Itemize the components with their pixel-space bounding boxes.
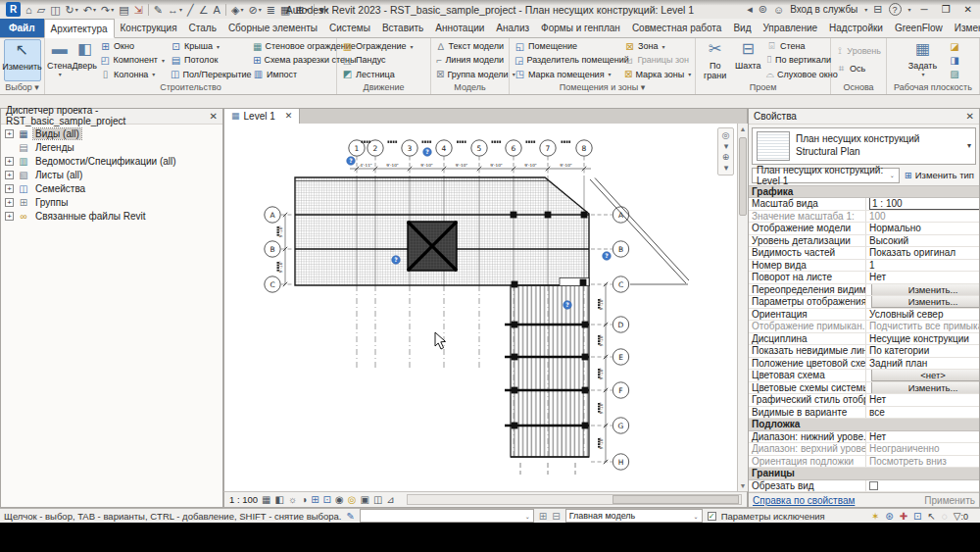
ribbon-tab-4[interactable]: Сборные элементы [222,19,323,37]
ribbon-tab-12[interactable]: Управление [757,19,823,37]
tree-item[interactable]: +▧Листы (all) [5,169,222,182]
restore-button[interactable]: ❐ [938,4,955,15]
expand-icon[interactable]: + [5,184,14,193]
door-button[interactable]: ◧Дверь [73,39,97,80]
close-icon[interactable]: ✕ [966,111,974,122]
property-value[interactable]: Показать оригинал [866,247,979,259]
property-value[interactable]: Подчистить все примыкан... [866,321,979,332]
print-icon[interactable]: ▤ [117,2,130,18]
show-workplane-button[interactable]: ◪ [950,41,960,52]
select-links-icon[interactable]: ⊛ [885,511,893,522]
window-button[interactable]: ⊞Окно [100,41,165,52]
expand-icon[interactable]: + [5,157,14,166]
tree-item[interactable]: ▤Легенды [5,141,222,155]
scroll-thumb[interactable] [612,495,739,504]
property-edit-field[interactable]: 1 : 100 [869,198,979,210]
ribbon-tab-1[interactable]: Архитектура [44,19,115,38]
expand-icon[interactable]: + [5,171,14,179]
tree-item[interactable]: +◫Семейства [5,182,222,196]
panel-label-room-area[interactable]: Помещения и зоны ▾ [510,82,695,94]
tab-file[interactable]: Файл [0,19,44,37]
element-selector-combo[interactable]: План несущих конструкций: Level 1⌄ [752,168,900,183]
tree-item[interactable]: +∞Связанные файлы Revit [5,210,222,224]
store-icon[interactable]: ⊟ [873,3,882,16]
close-hidden-icon[interactable]: ▦ [278,2,292,18]
property-value[interactable]: Задний план [866,358,979,370]
search-icon[interactable]: ⊚ [759,3,767,16]
undo-icon[interactable]: ↶▾ [81,2,98,18]
open-icon[interactable]: ▱ [35,2,47,18]
ramp-button[interactable]: ◺Пандус [342,55,425,66]
room-tag-button[interactable]: ◳Марка помещения▾ [514,69,618,79]
visual-style-icon[interactable]: ◧ [275,494,284,505]
component-button[interactable]: ◰Компонент▾ [100,55,165,66]
model-line-button[interactable]: ⌐Линия модели [436,55,504,66]
sun-path-icon[interactable]: ☼ [288,494,297,505]
chevron-down-icon[interactable]: ▾ [724,163,729,173]
checkbox[interactable] [869,481,878,490]
worksharing-display-icon[interactable]: ◫ [373,494,382,505]
close-button[interactable]: ✕ [960,4,976,15]
unlocked-view-icon[interactable]: ▣ [360,494,368,505]
floor-button[interactable]: ◫Пол/Перекрытие [171,69,247,79]
steering-wheel-icon[interactable]: ◎ [722,130,730,140]
signin-menu[interactable]: Вход в службы [790,4,858,15]
apply-button[interactable]: Применить [924,495,975,506]
collapse-arrow-icon[interactable]: ◂ [747,3,753,16]
property-value[interactable]: все [866,407,979,419]
property-button[interactable]: Изменить... [871,382,979,394]
wall-button[interactable]: ▬Стена▾ [47,39,73,80]
panel-label-select[interactable]: Выбор ▾ [0,82,44,94]
view-3d-icon[interactable]: ◈▾ [229,2,245,18]
chevron-down-icon[interactable]: ▾ [724,141,729,151]
room-separator-button[interactable]: ◲Разделитель помещений [514,55,618,66]
property-value[interactable]: Изменить... [866,296,979,308]
property-value[interactable]: Нет [866,431,979,443]
area-tag-button[interactable]: ⊠Марка зоны▾ [624,69,689,79]
edit-type-button[interactable]: ⊞ Изменить тип [903,170,976,180]
section-icon[interactable]: ⊘▾ [246,2,263,18]
railing-button[interactable]: ▥Ограждение▾ [342,41,425,52]
drag-elements-icon[interactable]: ↖ [927,511,935,522]
expand-icon[interactable]: + [5,212,14,221]
save-icon[interactable]: ◫ [48,2,62,18]
column-button[interactable]: ▯Колонна▾ [100,69,165,79]
ref-plane-button[interactable]: ▨ [950,69,960,79]
reveal-hidden-icon[interactable]: ◎ [348,494,357,505]
ribbon-tab-6[interactable]: Вставить [376,19,429,37]
wall-opening-button[interactable]: ⌻Стена [766,40,825,52]
model-group-button[interactable]: ⊠Группа модели▾ [436,69,504,79]
tile-windows-icon[interactable]: ⊞▾ [293,2,310,18]
type-selector[interactable]: План несущих конструкций Structural Plan… [752,127,976,165]
curtain-system-button[interactable]: ▦Стеновое ограждение [253,41,349,52]
ribbon-tab-8[interactable]: Анализ [490,19,535,37]
view-scale[interactable]: 1 : 100 [229,494,258,505]
dimension-icon[interactable]: ↔▾ [166,2,184,18]
model-text-button[interactable]: ∆Текст модели [436,41,504,52]
tree-item[interactable]: +⊞Группы [5,196,222,210]
level-button[interactable]: ⟟Уровень [836,45,881,57]
property-value[interactable]: Высокий [866,235,979,247]
zoom-icon[interactable]: ⊕ [722,152,730,162]
workset-combo[interactable]: ⌄ [360,509,534,523]
property-value[interactable]: 100 [866,211,979,223]
design-option-icon[interactable]: ⊟ [552,511,560,522]
text-icon[interactable]: A [212,2,222,18]
sync-icon[interactable]: ↻▾ [64,2,80,18]
viewer-button[interactable]: ◨ [950,55,960,66]
opening-by-face-button[interactable]: ✂По грани [698,39,732,80]
property-button[interactable]: Изменить... [871,296,979,308]
close-view-icon[interactable]: ✕ [285,111,293,121]
measure-icon[interactable]: ∠ [197,2,211,18]
property-value[interactable]: Несущие конструкции [866,333,979,345]
expand-icon[interactable]: + [5,129,14,138]
expand-icon[interactable]: + [5,198,14,207]
select-underlay-icon[interactable]: ⊡ [913,511,921,522]
worksharing-icon[interactable]: ✎ [346,511,354,522]
close-icon[interactable]: ✕ [210,111,218,122]
scroll-up-icon[interactable]: ▲ [738,124,748,134]
drawing-canvas[interactable]: 12345678AABBCCDEFGH [223,124,748,492]
ribbon-tab-11[interactable]: Вид [727,19,757,37]
customize-icon[interactable]: ▾▾ [318,2,331,18]
ribbon-tab-13[interactable]: Надстройки [823,19,889,37]
